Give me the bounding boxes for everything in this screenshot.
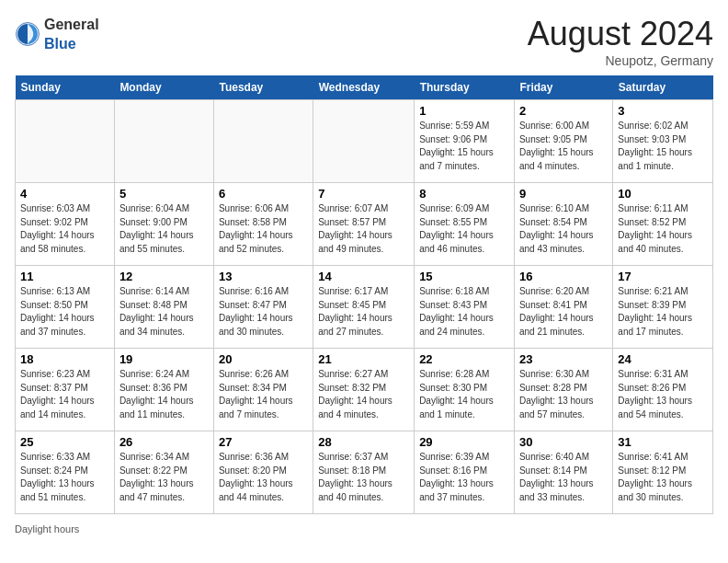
day-cell: 1Sunrise: 5:59 AM Sunset: 9:06 PM Daylig… [415,100,515,183]
day-cell: 6Sunrise: 6:06 AM Sunset: 8:58 PM Daylig… [213,183,313,266]
day-number: 20 [219,352,308,366]
day-cell: 4Sunrise: 6:03 AM Sunset: 9:02 PM Daylig… [16,183,115,266]
day-cell: 31Sunrise: 6:41 AM Sunset: 8:12 PM Dayli… [613,431,713,514]
header-row: SundayMondayTuesdayWednesdayThursdayFrid… [16,75,713,100]
day-header-tuesday: Tuesday [213,75,313,100]
page-header: General Blue August 2024 Neupotz, German… [15,15,713,68]
day-info: Sunrise: 6:11 AM Sunset: 8:52 PM Dayligh… [618,202,708,256]
day-cell: 10Sunrise: 6:11 AM Sunset: 8:52 PM Dayli… [613,183,713,266]
day-number: 9 [519,187,608,201]
day-info: Sunrise: 6:28 AM Sunset: 8:30 PM Dayligh… [419,368,509,421]
day-number: 6 [219,187,308,201]
day-cell [213,100,313,183]
logo: General Blue [15,15,99,53]
day-number: 5 [119,187,209,201]
day-info: Sunrise: 6:41 AM Sunset: 8:12 PM Dayligh… [618,451,708,504]
day-cell: 26Sunrise: 6:34 AM Sunset: 8:22 PM Dayli… [114,431,213,514]
day-number: 13 [219,270,308,283]
day-number: 15 [419,270,509,283]
day-number: 12 [119,270,209,283]
day-cell [16,100,115,183]
day-cell: 21Sunrise: 6:27 AM Sunset: 8:32 PM Dayli… [313,349,415,431]
day-number: 31 [618,435,708,449]
day-info: Sunrise: 6:27 AM Sunset: 8:32 PM Dayligh… [318,368,409,421]
day-info: Sunrise: 6:10 AM Sunset: 8:54 PM Dayligh… [519,202,608,256]
day-number: 21 [318,352,409,366]
day-number: 28 [318,435,409,449]
logo-blue-text: Blue [44,36,76,52]
day-cell: 5Sunrise: 6:04 AM Sunset: 9:00 PM Daylig… [114,183,213,266]
day-cell: 15Sunrise: 6:18 AM Sunset: 8:43 PM Dayli… [415,266,515,349]
day-info: Sunrise: 6:33 AM Sunset: 8:24 PM Dayligh… [20,451,109,504]
day-cell: 24Sunrise: 6:31 AM Sunset: 8:26 PM Dayli… [613,349,713,431]
day-number: 11 [20,270,109,283]
day-number: 29 [419,435,509,449]
day-number: 17 [618,270,708,283]
day-number: 22 [419,352,509,366]
logo-general-text: General [44,17,99,32]
day-cell: 8Sunrise: 6:09 AM Sunset: 8:55 PM Daylig… [415,183,515,266]
day-cell: 30Sunrise: 6:40 AM Sunset: 8:14 PM Dayli… [514,431,612,514]
week-row-1: 1Sunrise: 5:59 AM Sunset: 9:06 PM Daylig… [16,100,713,183]
day-number: 27 [219,435,308,449]
day-cell: 28Sunrise: 6:37 AM Sunset: 8:18 PM Dayli… [313,431,415,514]
day-info: Sunrise: 6:00 AM Sunset: 9:05 PM Dayligh… [519,120,608,173]
day-cell: 9Sunrise: 6:10 AM Sunset: 8:54 PM Daylig… [514,183,612,266]
month-title: August 2024 [528,15,713,53]
day-number: 10 [618,187,708,201]
day-number: 2 [519,104,608,118]
day-cell: 16Sunrise: 6:20 AM Sunset: 8:41 PM Dayli… [514,266,612,349]
week-row-2: 4Sunrise: 6:03 AM Sunset: 9:02 PM Daylig… [16,183,713,266]
day-info: Sunrise: 6:34 AM Sunset: 8:22 PM Dayligh… [119,451,209,504]
day-number: 16 [519,270,608,283]
day-cell: 25Sunrise: 6:33 AM Sunset: 8:24 PM Dayli… [16,431,115,514]
day-info: Sunrise: 6:26 AM Sunset: 8:34 PM Dayligh… [219,368,308,421]
footer: Daylight hours [15,523,713,534]
day-number: 25 [20,435,109,449]
day-info: Sunrise: 6:21 AM Sunset: 8:39 PM Dayligh… [618,285,708,339]
day-number: 24 [618,352,708,366]
day-cell: 27Sunrise: 6:36 AM Sunset: 8:20 PM Dayli… [213,431,313,514]
day-info: Sunrise: 6:06 AM Sunset: 8:58 PM Dayligh… [219,202,308,256]
day-header-sunday: Sunday [16,75,115,100]
day-number: 7 [318,187,409,201]
day-cell: 17Sunrise: 6:21 AM Sunset: 8:39 PM Dayli… [613,266,713,349]
day-info: Sunrise: 6:40 AM Sunset: 8:14 PM Dayligh… [519,451,608,504]
calendar-table: SundayMondayTuesdayWednesdayThursdayFrid… [15,75,713,514]
day-header-monday: Monday [114,75,213,100]
day-cell: 12Sunrise: 6:14 AM Sunset: 8:48 PM Dayli… [114,266,213,349]
week-row-5: 25Sunrise: 6:33 AM Sunset: 8:24 PM Dayli… [16,431,713,514]
day-info: Sunrise: 6:24 AM Sunset: 8:36 PM Dayligh… [119,368,209,421]
day-info: Sunrise: 6:23 AM Sunset: 8:37 PM Dayligh… [20,368,109,421]
day-info: Sunrise: 6:20 AM Sunset: 8:41 PM Dayligh… [519,285,608,339]
day-cell [313,100,415,183]
day-info: Sunrise: 6:07 AM Sunset: 8:57 PM Dayligh… [318,202,409,256]
day-info: Sunrise: 6:02 AM Sunset: 9:03 PM Dayligh… [618,120,708,173]
day-number: 8 [419,187,509,201]
day-number: 1 [419,104,509,118]
day-info: Sunrise: 6:04 AM Sunset: 9:00 PM Dayligh… [119,202,209,256]
day-header-saturday: Saturday [613,75,713,100]
day-header-thursday: Thursday [415,75,515,100]
day-info: Sunrise: 6:14 AM Sunset: 8:48 PM Dayligh… [119,285,209,339]
day-cell [114,100,213,183]
day-cell: 18Sunrise: 6:23 AM Sunset: 8:37 PM Dayli… [16,349,115,431]
day-info: Sunrise: 6:18 AM Sunset: 8:43 PM Dayligh… [419,285,509,339]
day-number: 26 [119,435,209,449]
day-cell: 29Sunrise: 6:39 AM Sunset: 8:16 PM Dayli… [415,431,515,514]
title-block: August 2024 Neupotz, Germany [528,15,713,68]
day-cell: 11Sunrise: 6:13 AM Sunset: 8:50 PM Dayli… [16,266,115,349]
daylight-label: Daylight hours [15,523,79,534]
day-cell: 3Sunrise: 6:02 AM Sunset: 9:03 PM Daylig… [613,100,713,183]
day-number: 19 [119,352,209,366]
day-info: Sunrise: 6:17 AM Sunset: 8:45 PM Dayligh… [318,285,409,339]
day-cell: 13Sunrise: 6:16 AM Sunset: 8:47 PM Dayli… [213,266,313,349]
day-number: 18 [20,352,109,366]
day-cell: 20Sunrise: 6:26 AM Sunset: 8:34 PM Dayli… [213,349,313,431]
day-number: 4 [20,187,109,201]
day-number: 23 [519,352,608,366]
week-row-4: 18Sunrise: 6:23 AM Sunset: 8:37 PM Dayli… [16,349,713,431]
day-cell: 2Sunrise: 6:00 AM Sunset: 9:05 PM Daylig… [514,100,612,183]
day-number: 14 [318,270,409,283]
day-info: Sunrise: 6:16 AM Sunset: 8:47 PM Dayligh… [219,285,308,339]
